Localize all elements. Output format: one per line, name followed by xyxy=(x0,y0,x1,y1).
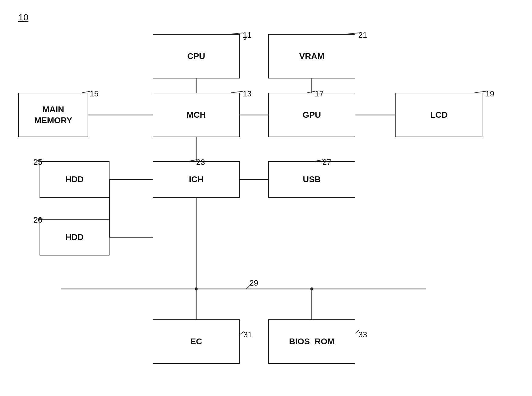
ref-mch: 13 xyxy=(243,89,252,99)
block-gpu: GPU xyxy=(268,93,355,137)
ref-bios-rom: 33 xyxy=(358,330,367,339)
block-hdd1: HDD xyxy=(40,161,110,198)
ref-ec: 31 xyxy=(243,330,252,339)
connection-lines xyxy=(0,0,532,396)
ref-lcd: 19 xyxy=(485,89,494,99)
ref-main-mem: 15 xyxy=(90,89,99,99)
ref-hdd1: 25 xyxy=(33,158,42,167)
diagram: 10 CPU xyxy=(0,0,532,396)
block-usb: USB xyxy=(268,161,355,198)
ref-bus: 29 xyxy=(249,278,258,288)
bus-dot-bios xyxy=(310,287,313,290)
block-mch: MCH xyxy=(153,93,240,137)
block-lcd: LCD xyxy=(395,93,482,137)
block-hdd2: HDD xyxy=(40,219,110,255)
block-cpu: CPU xyxy=(153,34,240,78)
ref-hdd2: 26 xyxy=(33,215,42,225)
block-ec: EC xyxy=(153,319,240,364)
bus-dot-ich xyxy=(195,287,198,290)
ref-usb: 27 xyxy=(322,158,331,167)
block-bios-rom: BIOS_ROM xyxy=(268,319,355,364)
ref-vram: 21 xyxy=(358,30,367,40)
ref-gpu: 17 xyxy=(315,89,324,99)
ref-cpu-line: ↙ xyxy=(243,34,248,42)
block-vram: VRAM xyxy=(268,34,355,78)
block-main-memory: MAINMEMORY xyxy=(18,93,88,137)
ref-ticks xyxy=(0,0,532,396)
ref-ich: 23 xyxy=(196,158,205,167)
diagram-label-10: 10 xyxy=(18,12,28,23)
